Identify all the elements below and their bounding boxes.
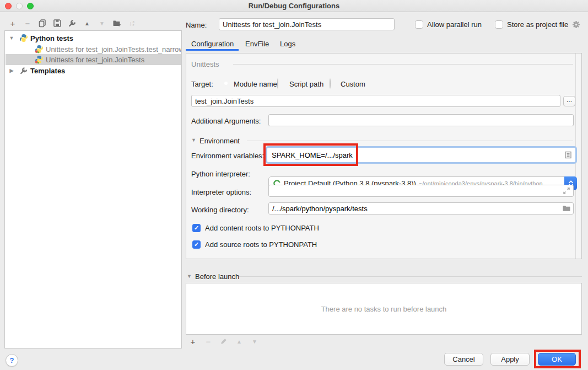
tree-item-unittest-jointests[interactable]: Unittests for test_join.JoinTests <box>6 54 181 65</box>
environment-variables-label: Environment variables: <box>191 152 264 160</box>
allow-parallel-run-checkbox[interactable] <box>415 20 423 29</box>
plus-icon: + <box>191 337 196 346</box>
before-launch-title: Before launch <box>195 272 239 281</box>
unittests-section-title: Unittests <box>191 60 219 68</box>
name-label: Name: <box>186 21 207 29</box>
tree-item-unittest-narrow[interactable]: Unittests for test_join.JoinTests.test_n… <box>6 44 181 55</box>
cancel-button[interactable]: Cancel <box>444 353 483 366</box>
window-title: Run/Debug Configurations <box>0 0 588 12</box>
add-content-roots-option: ✓ Add content roots to PYTHONPATH <box>192 224 319 232</box>
active-tab-indicator <box>186 49 239 51</box>
interpreter-options-input[interactable] <box>269 185 562 196</box>
add-source-roots-checkbox[interactable]: ✓ <box>192 240 201 249</box>
working-directory-field <box>268 202 574 215</box>
run-config-tree: ▼ Python tests Unittests for test_join.J… <box>4 30 182 348</box>
folder-icon[interactable] <box>562 204 571 213</box>
python-test-icon <box>35 55 44 64</box>
expand-icon[interactable] <box>562 186 571 195</box>
save-icon <box>53 19 62 28</box>
before-launch-toolbar: + − ▲ ▼ <box>188 336 260 346</box>
add-source-roots-label: Add source roots to PYTHONPATH <box>205 240 317 249</box>
apply-button[interactable]: Apply <box>490 353 530 366</box>
variables-list-icon[interactable] <box>564 151 573 159</box>
gear-icon[interactable] <box>572 20 580 29</box>
remove-task-button[interactable]: − <box>203 336 213 346</box>
store-as-project-file-label: Store as project file <box>507 20 568 29</box>
pencil-icon <box>220 337 228 345</box>
chevron-down-icon[interactable]: ▼ <box>8 35 15 41</box>
environment-variables-input[interactable] <box>267 148 564 162</box>
help-button[interactable]: ? <box>6 354 18 367</box>
edit-task-button[interactable] <box>219 336 229 346</box>
before-launch-task-list: There are no tasks to run before launch <box>186 283 582 335</box>
browse-button[interactable]: ... <box>563 96 575 106</box>
arrow-down-icon: ▼ <box>99 20 105 26</box>
close-button[interactable] <box>5 3 12 9</box>
check-icon: ✓ <box>194 241 199 248</box>
radio-script-path[interactable] <box>277 78 278 89</box>
allow-parallel-run-option: Allow parallel run <box>415 20 482 29</box>
target-input[interactable] <box>191 95 560 107</box>
tab-logs[interactable]: Logs <box>280 40 295 48</box>
chevron-right-icon[interactable]: ▶ <box>8 68 15 73</box>
tree-item-templates[interactable]: ▶ Templates <box>6 65 181 76</box>
minimize-button <box>16 3 23 9</box>
tab-configuration[interactable]: Configuration <box>191 40 234 48</box>
wrench-icon <box>68 19 77 28</box>
wrench-icon <box>19 66 28 75</box>
name-input[interactable] <box>219 18 395 30</box>
copy-configuration-button[interactable] <box>37 18 47 28</box>
working-directory-label: Working directory: <box>191 206 249 214</box>
create-folder-button[interactable] <box>112 18 122 28</box>
store-as-project-file-option: Store as project file <box>495 20 580 29</box>
minus-icon: − <box>206 337 211 346</box>
section-divider <box>239 276 582 277</box>
move-up-button[interactable]: ▲ <box>82 18 92 28</box>
allow-parallel-run-label: Allow parallel run <box>427 20 482 29</box>
target-label: Target: <box>191 80 213 88</box>
before-launch-collapse-icon[interactable]: ▼ <box>187 274 192 279</box>
radio-module-name-label: Module name <box>234 80 277 88</box>
edit-templates-button[interactable] <box>67 18 77 28</box>
remove-configuration-button[interactable]: − <box>23 18 33 28</box>
move-task-up-button[interactable]: ▲ <box>234 336 244 346</box>
check-icon: ✓ <box>194 224 199 232</box>
add-content-roots-label: Add content roots to PYTHONPATH <box>205 224 319 232</box>
section-divider <box>233 64 573 65</box>
interpreter-options-label: Interpreter options: <box>191 188 251 196</box>
save-configuration-button[interactable] <box>52 18 62 28</box>
sort-configurations-button[interactable]: ↓ a z <box>127 18 137 28</box>
ok-button[interactable]: OK <box>538 353 576 366</box>
before-launch-empty-text: There are no tasks to run before launch <box>321 305 447 313</box>
tree-item-label: Templates <box>30 67 65 75</box>
store-as-project-file-checkbox[interactable] <box>495 20 503 29</box>
titlebar: Run/Debug Configurations <box>0 0 588 12</box>
arrow-down-icon: ▼ <box>252 339 257 345</box>
tab-envfile[interactable]: EnvFile <box>245 40 269 48</box>
radio-custom[interactable] <box>330 78 331 89</box>
plus-icon: + <box>10 19 15 28</box>
radio-custom-label: Custom <box>341 80 365 88</box>
environment-collapse-icon[interactable]: ▼ <box>191 137 196 143</box>
configurations-toolbar: + − ▲ ▼ ↓ a z <box>8 18 137 28</box>
sort-z-glyph: z <box>133 23 134 26</box>
radio-script-path-label: Script path <box>289 80 323 88</box>
add-task-button[interactable]: + <box>188 336 198 346</box>
python-test-icon <box>35 45 44 53</box>
add-content-roots-checkbox[interactable]: ✓ <box>192 224 201 232</box>
new-folder-icon <box>112 19 121 28</box>
move-task-down-button[interactable]: ▼ <box>250 336 260 346</box>
tree-item-python-tests[interactable]: ▼ Python tests <box>6 33 181 44</box>
additional-arguments-input[interactable] <box>268 114 574 126</box>
environment-section-title: Environment <box>199 137 240 145</box>
working-directory-input[interactable] <box>269 203 562 214</box>
arrow-up-icon: ▲ <box>236 339 242 345</box>
add-configuration-button[interactable]: + <box>8 18 18 28</box>
section-divider <box>247 141 573 141</box>
environment-variables-field <box>266 146 577 164</box>
additional-arguments-label: Additional Arguments: <box>191 117 261 125</box>
add-source-roots-option: ✓ Add source roots to PYTHONPATH <box>192 240 317 249</box>
move-down-button[interactable]: ▼ <box>97 18 107 28</box>
arrow-up-icon: ▲ <box>84 20 90 26</box>
maximize-button[interactable] <box>27 3 34 9</box>
